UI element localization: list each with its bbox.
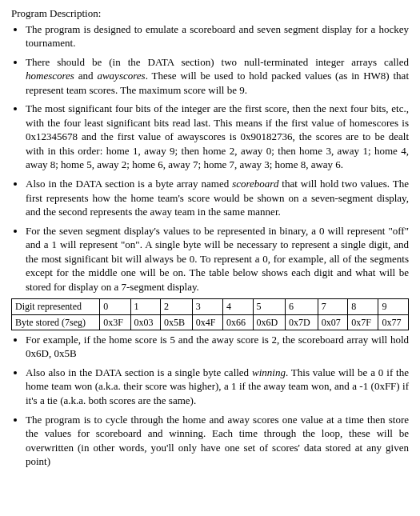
cell: 7 [318,299,348,314]
seven-seg-table: Digit represented 0 1 2 3 4 5 6 7 8 9 By… [11,298,409,330]
row-label: Digit represented [12,299,100,314]
cell: 3 [192,299,222,314]
bullet-item: The program is designed to emulate a sco… [26,22,409,50]
table-row: Byte stored (7seg) 0x3F 0x03 0x5B 0x4F 0… [12,314,409,330]
cell: 8 [348,299,378,314]
cell: 5 [253,299,286,314]
row-label: Byte stored (7seg) [12,314,100,330]
cell: 0x66 [223,314,254,330]
cell: 0x3F [100,314,130,330]
cell: 2 [161,299,193,314]
cell: 9 [378,299,409,314]
cell: 0x7F [348,314,378,330]
bullet-item: Also in the DATA section is a byte array… [26,177,409,219]
bullet-list-bottom: For example, if the home score is 5 and … [26,333,409,469]
bullet-item: The most significant four bits of the in… [26,102,409,172]
section-heading: Program Description: [11,6,409,21]
bullet-item: There should be (in the DATA section) tw… [26,55,409,98]
cell: 0x6D [253,314,286,330]
cell: 0x5B [161,314,193,330]
cell: 4 [223,299,254,314]
cell: 1 [130,299,161,314]
table-row: Digit represented 0 1 2 3 4 5 6 7 8 9 [12,299,409,314]
bullet-item: For the seven segment display's values t… [26,224,409,294]
cell: 0x07 [318,314,348,330]
cell: 0 [100,299,130,314]
bullet-item: Also also in the DATA section is a singl… [26,366,409,408]
cell: 0x7D [286,314,318,330]
cell: 0x03 [130,314,161,330]
cell: 0x4F [192,314,222,330]
bullet-list-top: The program is designed to emulate a sco… [26,22,409,294]
cell: 0x77 [378,314,409,330]
bullet-item: For example, if the home score is 5 and … [26,333,409,361]
bullet-item: The program is to cycle through the home… [26,413,409,469]
cell: 6 [286,299,318,314]
